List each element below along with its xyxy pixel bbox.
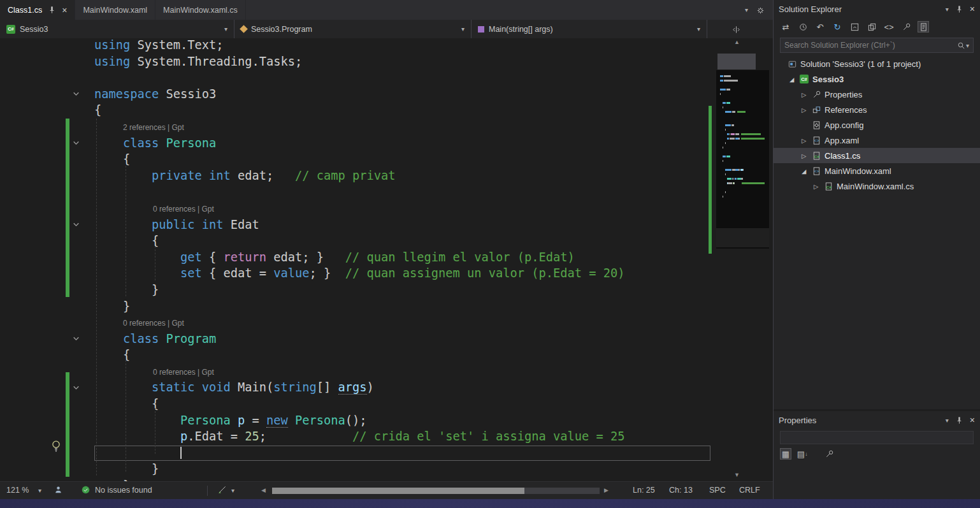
feedback-person-icon[interactable] (54, 485, 63, 495)
member-dropdown[interactable]: Main(string[] args) ▾ (472, 20, 707, 38)
split-editor-icon[interactable] (731, 24, 741, 34)
pending-changes-filter-icon[interactable] (797, 21, 809, 33)
code-line[interactable] (0, 184, 773, 200)
minimap-viewport[interactable] (716, 228, 769, 247)
preview-selected-items-icon[interactable] (918, 21, 929, 33)
code-line[interactable]: p.Edat = 25; // crida el 'set' i assigna… (0, 428, 773, 445)
fold-chevron-icon[interactable] (72, 90, 81, 99)
tab-mainwindow-xaml[interactable]: MainWindow.xaml (75, 0, 155, 20)
code-line[interactable]: static void Main(string[] args) (0, 379, 773, 396)
close-icon[interactable]: × (62, 6, 67, 15)
project-dropdown[interactable]: C# Sessio3 ▾ (0, 20, 234, 38)
fold-chevron-icon[interactable] (72, 384, 81, 393)
editor-current-line[interactable] (0, 445, 773, 461)
code-line[interactable]: { (0, 102, 773, 119)
expand-arrow-icon[interactable]: ▷ (802, 137, 812, 144)
code-line[interactable]: Persona p = new Persona(); (0, 412, 773, 429)
properties-object-dropdown[interactable] (780, 431, 974, 444)
tree-item-app-xaml[interactable]: ▷<>App.xaml (774, 133, 980, 148)
sync-with-active-document-icon[interactable]: ⇄ (780, 21, 791, 33)
tree-item-references[interactable]: ▷References (774, 102, 980, 117)
chevron-down-icon[interactable]: ▾ (231, 487, 234, 494)
zoom-level-dropdown[interactable]: 121 % (6, 486, 29, 495)
search-icon[interactable] (956, 40, 966, 50)
chevron-down-icon[interactable]: ▾ (946, 6, 949, 13)
tree-item-mainwindow-xaml-cs[interactable]: ▷C#MainWindow.xaml.cs (774, 178, 980, 194)
chevron-down-icon[interactable]: ▾ (946, 417, 949, 424)
tab-class1-cs[interactable]: Class1.cs × (0, 0, 75, 20)
close-icon[interactable]: × (970, 416, 975, 425)
code-line[interactable]: } (0, 282, 773, 298)
property-pages-wrench-icon[interactable] (823, 448, 835, 460)
code-line[interactable]: private int edat; // camp privat (0, 168, 773, 184)
no-issues-check-icon[interactable] (81, 485, 90, 495)
code-line[interactable]: using System.Threading.Tasks; (0, 54, 773, 70)
chevron-down-icon[interactable]: ▾ (966, 42, 969, 49)
properties-icon[interactable] (900, 21, 912, 33)
expand-arrow-icon[interactable]: ◢ (789, 76, 800, 83)
horizontal-scrollbar[interactable] (272, 488, 600, 494)
tree-item-class1-cs[interactable]: ▷C#Class1.cs (774, 148, 980, 163)
expand-arrow-icon[interactable]: ▷ (802, 152, 812, 159)
tab-mainwindow-xaml-cs[interactable]: MainWindow.xaml.cs (155, 0, 246, 20)
show-all-files-icon[interactable] (866, 21, 877, 33)
code-cleanup-broom-icon[interactable] (217, 485, 227, 495)
tree-item-app-config[interactable]: App.config (774, 117, 980, 133)
undo-icon[interactable]: ↶ (814, 21, 826, 33)
scroll-down-arrow-icon[interactable]: ▼ (734, 472, 740, 478)
tab-list-chevron-icon[interactable]: ▾ (745, 6, 748, 13)
minimap[interactable] (716, 70, 769, 249)
scroll-left-arrow-icon[interactable]: ◀ (261, 487, 266, 493)
fold-chevron-icon[interactable] (72, 335, 81, 344)
code-line[interactable]: get { return edat; } // quan llegim el v… (0, 249, 773, 266)
pin-icon[interactable] (47, 5, 57, 15)
categorized-view-icon[interactable]: ▦ (780, 448, 791, 460)
fold-chevron-icon[interactable] (72, 139, 81, 148)
code-line[interactable]: class Program (0, 331, 773, 347)
code-line[interactable]: namespace Sessio3 (0, 86, 773, 103)
code-line[interactable]: { (0, 151, 773, 168)
expand-arrow-icon[interactable]: ▷ (802, 106, 812, 113)
close-icon[interactable]: × (970, 4, 975, 13)
fold-chevron-icon[interactable] (72, 221, 81, 229)
codelens-indicator[interactable]: 0 references | Gpt (0, 363, 773, 380)
scroll-up-arrow-icon[interactable]: ▲ (734, 39, 740, 45)
codelens-indicator[interactable]: 0 references | Gpt (0, 314, 773, 331)
lightbulb-icon[interactable] (50, 440, 62, 454)
issues-status-text[interactable]: No issues found (95, 486, 152, 495)
type-dropdown[interactable]: Sessio3.Program ▾ (234, 20, 472, 38)
code-line[interactable] (0, 69, 773, 86)
codelens-indicator[interactable]: 0 references | Gpt (0, 200, 773, 217)
expand-arrow-icon[interactable]: ▷ (802, 91, 812, 98)
codelens-indicator[interactable]: 2 references | Gpt (0, 119, 773, 135)
alphabetical-sort-icon[interactable]: ▤↓ (796, 448, 808, 460)
line-indicator[interactable]: Ln: 25 (633, 486, 655, 495)
settings-gear-icon[interactable] (756, 4, 765, 15)
code-line[interactable]: using System.Text; (0, 38, 773, 54)
code-line[interactable]: } (0, 298, 773, 315)
pin-icon[interactable] (955, 415, 964, 425)
code-line[interactable]: class Persona (0, 135, 773, 152)
collapse-all-icon[interactable] (849, 21, 860, 33)
tree-item-properties[interactable]: ▷Properties (774, 87, 980, 102)
refresh-icon[interactable]: ↻ (832, 21, 843, 33)
solution-explorer-search-input[interactable]: Search Solution Explorer (Ctrl+`) ▾ (780, 38, 974, 53)
line-ending-indicator[interactable]: CRLF (739, 486, 760, 495)
expand-arrow-icon[interactable]: ▷ (814, 183, 824, 190)
code-line[interactable]: set { edat = value; } // quan assignem u… (0, 265, 773, 282)
code-editor[interactable]: using System.Text;using System.Threading… (0, 38, 773, 481)
spaces-indicator[interactable]: SPC (709, 486, 726, 495)
tree-item-solution-sessio3-1-of-1-project[interactable]: Solution 'Sessio3' (1 of 1 project) (774, 56, 980, 71)
code-line[interactable]: { (0, 396, 773, 412)
code-line[interactable]: { (0, 233, 773, 249)
column-indicator[interactable]: Ch: 13 (669, 486, 693, 495)
horizontal-scrollbar-thumb[interactable] (272, 488, 524, 494)
code-line[interactable]: public int Edat (0, 217, 773, 233)
view-code-icon[interactable]: <> (883, 21, 895, 33)
expand-arrow-icon[interactable]: ◢ (802, 168, 812, 175)
code-line[interactable]: } (0, 461, 773, 477)
code-line[interactable]: { (0, 347, 773, 363)
chevron-down-icon[interactable]: ▾ (38, 487, 41, 494)
scroll-right-arrow-icon[interactable]: ▶ (604, 487, 609, 493)
tree-item-mainwindow-xaml[interactable]: ◢<>MainWindow.xaml (774, 163, 980, 178)
